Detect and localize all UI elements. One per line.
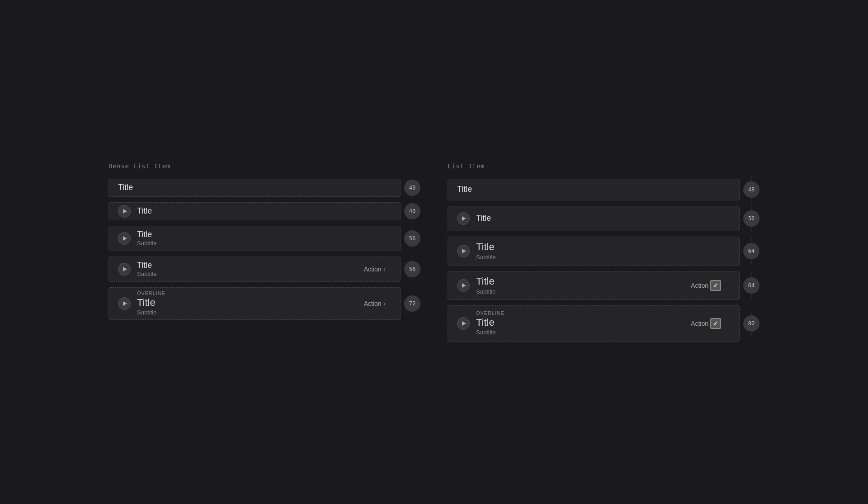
item-title: Title	[137, 206, 391, 216]
list-item-box-list-3: TitleSubtitle	[448, 237, 740, 266]
list-item-list-1[interactable]: Title48	[448, 179, 760, 200]
list-item-dense-3[interactable]: TitleSubtitle56	[108, 226, 420, 251]
chevron-right-icon: ›	[383, 300, 386, 308]
play-icon[interactable]	[457, 279, 470, 292]
item-text-group: TitleSubtitle	[476, 241, 730, 261]
list-item-dense-4[interactable]: TitleSubtitleAction›56	[108, 257, 420, 282]
list-item-box-dense-2: Title	[108, 202, 401, 220]
item-text-group: Title	[457, 184, 730, 195]
list-item-box-list-4: TitleSubtitleAction✓	[448, 271, 740, 300]
height-badge: 48	[743, 181, 760, 198]
item-text-group: TitleSubtitle	[476, 275, 684, 295]
item-subtitle: Subtitle	[137, 271, 358, 278]
list-item-dense-1[interactable]: Title40	[108, 179, 420, 197]
play-triangle-icon	[123, 209, 127, 214]
item-title: Title	[476, 275, 684, 288]
list-item-dense-2[interactable]: Title40	[108, 202, 420, 220]
item-action-label: Action	[364, 266, 382, 273]
item-text-group: Title	[118, 182, 391, 193]
play-icon[interactable]	[118, 263, 131, 276]
item-subtitle: Subtitle	[476, 329, 684, 337]
columns-layout: Dense List ItemTitle40Title40TitleSubtit…	[108, 162, 760, 342]
list-item-box-list-5: OverlineTitleSubtitleAction✓	[448, 305, 740, 342]
item-title: Title	[476, 316, 684, 329]
item-action[interactable]: Action›	[364, 265, 386, 273]
play-icon[interactable]	[118, 205, 131, 218]
item-title: Title	[476, 213, 730, 223]
list-item-box-list-2: Title	[448, 206, 740, 231]
column-1-items: Title48Title56TitleSubtitle64TitleSubtit…	[448, 179, 760, 342]
play-icon[interactable]	[118, 232, 131, 245]
list-item-box-dense-5: OverlineTitleSubtitleAction›	[108, 287, 401, 320]
height-badge: 56	[743, 210, 760, 227]
item-overline: Overline	[137, 290, 358, 296]
list-item-list-5[interactable]: OverlineTitleSubtitleAction✓80	[448, 305, 760, 342]
item-subtitle: Subtitle	[476, 254, 730, 262]
item-text-group: TitleSubtitle	[137, 229, 391, 247]
checkmark-icon: ✓	[713, 320, 718, 327]
play-triangle-icon	[123, 236, 127, 241]
item-text-group: OverlineTitleSubtitle	[137, 290, 358, 317]
column-1: List ItemTitle48Title56TitleSubtitle64Ti…	[448, 162, 760, 342]
item-title: Title	[457, 184, 730, 195]
item-action[interactable]: Action✓	[691, 318, 725, 329]
item-subtitle: Subtitle	[137, 240, 391, 247]
play-triangle-icon	[123, 267, 127, 271]
list-item-box-dense-1: Title	[108, 179, 401, 197]
column-0: Dense List ItemTitle40Title40TitleSubtit…	[108, 162, 420, 342]
checkmark-icon: ✓	[713, 282, 718, 289]
item-text-group: TitleSubtitle	[137, 260, 358, 278]
play-icon[interactable]	[457, 245, 470, 257]
play-icon[interactable]	[457, 212, 470, 225]
item-action-label: Action	[691, 320, 708, 327]
item-overline: Overline	[476, 310, 684, 316]
play-triangle-icon	[462, 283, 466, 288]
height-badge: 64	[743, 277, 760, 294]
item-subtitle: Subtitle	[476, 288, 684, 296]
play-triangle-icon	[462, 321, 466, 326]
height-badge: 40	[404, 203, 420, 219]
list-item-list-2[interactable]: Title56	[448, 206, 760, 231]
height-badge: 56	[404, 230, 420, 247]
item-text-group: OverlineTitleSubtitle	[476, 310, 684, 337]
play-icon[interactable]	[118, 297, 131, 310]
item-title: Title	[476, 241, 730, 254]
play-triangle-icon	[462, 249, 466, 253]
item-title: Title	[137, 260, 358, 271]
item-text-group: Title	[476, 213, 730, 223]
item-subtitle: Subtitle	[137, 309, 358, 317]
list-item-list-4[interactable]: TitleSubtitleAction✓64	[448, 271, 760, 300]
play-icon[interactable]	[457, 317, 470, 330]
height-badge: 72	[404, 295, 420, 312]
list-item-dense-5[interactable]: OverlineTitleSubtitleAction›72	[108, 287, 420, 320]
checkbox-icon[interactable]: ✓	[710, 318, 721, 329]
column-1-label: List Item	[448, 162, 760, 170]
item-action[interactable]: Action›	[364, 300, 386, 308]
play-triangle-icon	[462, 216, 466, 221]
item-text-group: Title	[137, 206, 391, 216]
item-title: Title	[137, 296, 358, 309]
checkbox-icon[interactable]: ✓	[710, 280, 721, 291]
column-0-items: Title40Title40TitleSubtitle56TitleSubtit…	[108, 179, 420, 320]
height-badge: 40	[404, 180, 420, 196]
height-badge: 64	[743, 243, 760, 259]
item-title: Title	[118, 182, 391, 193]
list-item-list-3[interactable]: TitleSubtitle64	[448, 237, 760, 266]
item-action[interactable]: Action✓	[691, 280, 725, 291]
column-0-label: Dense List Item	[108, 162, 420, 170]
item-title: Title	[137, 229, 391, 240]
item-action-label: Action	[691, 282, 708, 289]
height-badge: 56	[404, 261, 420, 277]
play-triangle-icon	[123, 301, 127, 306]
chevron-right-icon: ›	[383, 265, 386, 273]
item-action-label: Action	[364, 300, 382, 307]
list-item-box-list-1: Title	[448, 179, 740, 200]
list-item-box-dense-4: TitleSubtitleAction›	[108, 257, 401, 282]
height-badge: 80	[743, 315, 760, 332]
list-item-box-dense-3: TitleSubtitle	[108, 226, 401, 251]
page-container: Dense List ItemTitle40Title40TitleSubtit…	[72, 135, 796, 369]
